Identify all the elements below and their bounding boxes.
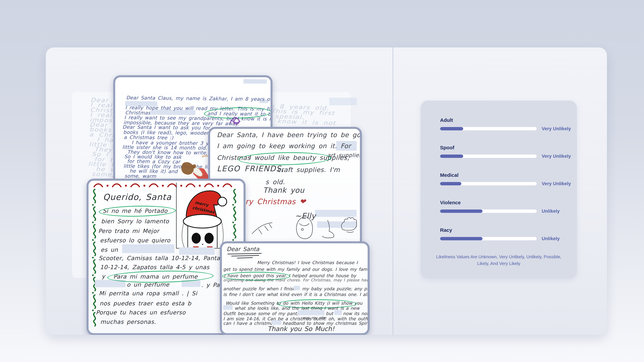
redaction-box — [294, 286, 300, 290]
safesearch-row-adult: Adult Very Unlikely — [440, 117, 574, 131]
letter-line: Thank you — [263, 186, 304, 194]
letter-line: I am going to keep working on it. For — [217, 142, 351, 150]
letter-card-kitty[interactable]: Dear Santa Merry Christmas! I love Chris… — [220, 241, 370, 335]
safesearch-panel: Adult Very Unlikely Spoof Very Unlikely … — [420, 100, 577, 279]
safesearch-row-medical: Medical Very Unlikely — [440, 172, 574, 186]
letter-line: some, warm — [124, 173, 156, 179]
letter-line: I am size 14-16, it Can be a christmas o… — [223, 316, 369, 321]
pencil-doodles-drawing — [249, 214, 360, 245]
letter-line: ry Christmas ❤ — [245, 197, 306, 206]
redaction-box — [179, 247, 215, 255]
letter-line: Pero trato mi Mejor — [98, 228, 159, 234]
letter-line: Dear Santa Claus, my name is Zakhar, I a… — [126, 95, 272, 102]
letter-line: nos puedes traer esto esta b — [100, 300, 191, 307]
santa-hat-girl-drawing: merry christmas — [177, 185, 235, 248]
letter-line: now its not — [343, 311, 368, 316]
letter-line: muchas personas. — [100, 319, 156, 325]
underline-doodle — [227, 253, 263, 259]
letter-line: esfuerso lo que quiero — [100, 237, 170, 244]
likelihood-value: Very Unlikely — [542, 126, 571, 131]
category-label: Medical — [440, 172, 574, 178]
redaction-box — [223, 305, 232, 310]
safesearch-row-violence: Violence Unlikely — [440, 200, 574, 214]
letter-line: es un — [100, 246, 118, 253]
likelihood-bar — [440, 155, 537, 158]
letter-line: 10-12-14, Zapatos talla 4-5 y unas — [100, 264, 210, 271]
likelihood-bar-fill — [440, 182, 461, 185]
likelihood-bar-fill — [440, 127, 463, 130]
letter-line: Querido, Santa — [103, 192, 172, 202]
letter-line: but — [326, 311, 333, 316]
likelihood-bar — [440, 182, 537, 185]
letter-line: my baby yoda puzzle; any puzzle — [302, 286, 370, 291]
likelihood-bar-fill — [440, 210, 482, 213]
page: { "colors":{"accent_fill":"#5b66b0","bar… — [0, 0, 644, 362]
safesearch-row-spoof: Spoof Very Unlikely — [440, 145, 574, 159]
letter-line: LEGO FRIENDS, — [217, 164, 284, 173]
likelihood-bar-fill — [440, 237, 482, 240]
section-divider — [392, 47, 393, 335]
likelihood-value: Very Unlikely — [542, 153, 571, 159]
letter-line: bien Sorry lo lamento — [101, 218, 169, 225]
category-label: Racy — [440, 227, 574, 233]
highlight-oval — [99, 205, 176, 217]
letter-line: art supplies, — [327, 152, 362, 158]
likelihood-bar — [440, 237, 537, 240]
category-label: Violence — [440, 200, 574, 205]
category-label: Spoof — [440, 145, 574, 150]
letter-line: Dear Santa — [226, 246, 259, 252]
letter-line: Dear Santa, I have been trying to be goo… — [217, 131, 362, 139]
purple-scribble-drawing — [228, 114, 242, 125]
redaction-box — [298, 310, 324, 315]
letter-line: y — [102, 273, 105, 280]
safesearch-row-racy: Racy Unlikely — [440, 227, 574, 241]
letter-line: Outfit because some of my pants's — [223, 311, 303, 316]
category-label: Adult — [440, 117, 574, 123]
letter-line: get to spend time with my family and our… — [223, 267, 370, 272]
heart-doodle: ❤ — [300, 197, 306, 206]
letter-line: organizing and doing the maid chores. Fo… — [223, 278, 370, 282]
highlight-oval — [238, 151, 331, 166]
letter-line: Mi perrita una ropa small . | Si — [99, 290, 197, 297]
letter-line: another puzzle for when I finish — [223, 286, 295, 291]
letter-line: is fine I don't care what kind even if i… — [223, 292, 370, 297]
ghost-redaction-box — [329, 98, 357, 105]
letter-line: craft supplies. I'm — [277, 166, 340, 173]
likelihood-bar — [440, 127, 537, 130]
likeliness-footnote: Likeliness Values Are Unknown, Very Unli… — [430, 253, 568, 267]
likelihood-bar-fill — [440, 155, 463, 158]
redaction-box — [334, 310, 342, 315]
letter-line: Thank you So Much! — [268, 325, 334, 333]
letter-line: Porque tu haces un esfuerso — [96, 309, 186, 316]
likelihood-value: Very Unlikely — [542, 181, 571, 186]
letter-line: what she looks like, and the last thing … — [234, 306, 360, 311]
likelihood-bar — [440, 210, 537, 213]
redaction-box — [122, 244, 174, 253]
main-card: Dear Santa Claus, my name is Zakhar, I a… — [46, 47, 607, 335]
letter-line: Merry Christmas! I love Christmas becaus… — [257, 260, 358, 265]
letter-line: o un perfume — [127, 281, 170, 288]
likelihood-value: Unlikely — [542, 236, 560, 241]
letter-line: s old. — [266, 178, 285, 186]
letter-line: a Christmas tree :) — [124, 134, 174, 141]
letter-line: Scooter, Camisas talla 10-12-14, Pantalo… — [98, 255, 229, 261]
column-divider-line — [176, 183, 176, 248]
redaction-box — [243, 79, 267, 84]
likelihood-value: Unlikely — [542, 209, 560, 214]
letter-line: . y Pa — [201, 282, 220, 288]
redaction-box — [272, 320, 281, 325]
